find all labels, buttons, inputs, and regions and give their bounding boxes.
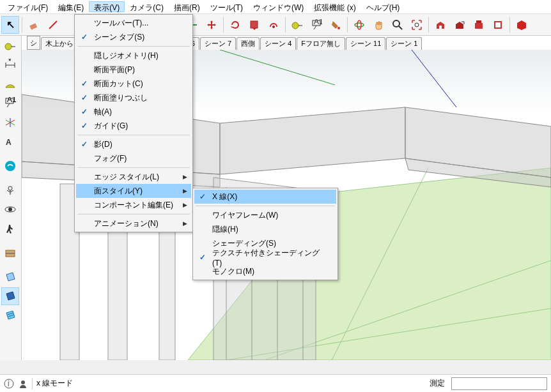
svg-point-14 — [393, 20, 400, 27]
menu-tools[interactable]: ツール(T) — [205, 1, 248, 12]
statusbar: i x 線モード 測定 — [0, 374, 551, 392]
svg-rect-0 — [29, 23, 37, 30]
extension-button[interactable] — [513, 16, 531, 34]
menu-item-guides[interactable]: ガイド(G) — [76, 119, 191, 133]
svg-line-54 — [412, 50, 456, 107]
menu-item-shaded-textures[interactable]: テクスチャ付きシェーディング(T) — [194, 250, 336, 264]
svg-rect-17 — [439, 26, 442, 29]
eraser-tool-button[interactable] — [25, 16, 43, 34]
select-tool-button[interactable] — [1, 16, 19, 34]
paint-tool-button[interactable] — [327, 16, 345, 34]
svg-line-39 — [7, 190, 10, 192]
svg-line-1 — [49, 21, 57, 29]
scene-tab-partial[interactable]: シ — [27, 36, 40, 50]
svg-point-16 — [415, 23, 419, 27]
zoom-tool-button[interactable] — [389, 16, 407, 34]
line-tool-button[interactable] — [44, 16, 62, 34]
scene-tab[interactable]: シーン 1 — [386, 37, 422, 50]
menu-draw[interactable]: 描画(R) — [169, 1, 205, 12]
scene-tab[interactable]: Fフロア無し — [297, 37, 345, 50]
svg-rect-4 — [251, 21, 258, 28]
dimension-button[interactable]: * — [1, 56, 19, 74]
menu-item-monochrome[interactable]: モノクロ(M) — [194, 264, 336, 278]
svg-line-55 — [220, 50, 335, 85]
menu-item-shadows[interactable]: 影(D) — [76, 137, 191, 151]
svg-text:A: A — [6, 138, 12, 147]
svg-point-71 — [21, 381, 25, 384]
svg-point-6 — [292, 22, 299, 29]
user-icon[interactable] — [18, 379, 28, 389]
menu-view[interactable]: 表示(V) — [89, 1, 125, 12]
status-mode-text: x 線モード — [36, 378, 73, 389]
tape-tool-button[interactable] — [288, 16, 306, 34]
style-xray-button[interactable] — [1, 268, 19, 286]
scene-tab[interactable]: シーン 11 — [346, 37, 385, 50]
3dtext-button[interactable]: A — [1, 133, 19, 151]
text-tool-button[interactable]: A1 — [307, 16, 325, 34]
menu-item-toolbars[interactable]: ツールバー(T)... — [76, 16, 191, 30]
menu-window[interactable]: ウィンドウ(W) — [248, 1, 309, 12]
separator — [22, 17, 22, 33]
followme-tool-button[interactable] — [245, 16, 263, 34]
menu-item-face-style[interactable]: 面スタイル(Y) — [76, 184, 191, 198]
style-shaded-button[interactable] — [1, 287, 19, 305]
menu-item-edge-style[interactable]: エッジ スタイル(L) — [76, 170, 191, 184]
toolbar-left: * A1 A — [0, 36, 22, 360]
menu-item-section-fill[interactable]: 断面塗りつぶし — [76, 91, 191, 105]
svg-point-13 — [357, 20, 361, 29]
zoom-extents-button[interactable] — [408, 16, 426, 34]
move-tool-button[interactable] — [203, 16, 221, 34]
menu-item-animation[interactable]: アニメーション(N) — [76, 216, 191, 230]
svg-text:A1: A1 — [314, 19, 322, 26]
menu-item-hiddenline[interactable]: 隠線(H) — [194, 222, 336, 236]
axes-button[interactable] — [1, 114, 19, 132]
menu-separator — [77, 46, 190, 47]
extension-warehouse-button[interactable] — [470, 16, 488, 34]
svg-point-23 — [5, 43, 12, 50]
menu-separator — [77, 167, 190, 168]
menu-item-wireframe[interactable]: ワイヤフレーム(W) — [194, 208, 336, 222]
walk-button[interactable] — [1, 220, 19, 237]
menu-item-hidden-geometry[interactable]: 隠しジオメトリ(H) — [76, 49, 191, 63]
offset-tool-button[interactable] — [265, 16, 283, 34]
separator — [428, 17, 429, 33]
menu-extensions[interactable]: 拡張機能 (x) — [309, 1, 361, 12]
menu-item-scene-tabs[interactable]: シーン タブ(S) — [76, 30, 191, 44]
layout-button[interactable] — [489, 16, 507, 34]
text-tool-left-button[interactable]: A1 — [1, 94, 19, 112]
svg-rect-19 — [476, 20, 481, 23]
warehouse-share-button[interactable] — [451, 16, 469, 34]
menu-file[interactable]: ファイル(F) — [3, 1, 53, 12]
svg-marker-57 — [220, 107, 405, 174]
menu-edit[interactable]: 編集(E) — [53, 1, 89, 12]
style-texture-button[interactable] — [1, 306, 19, 324]
section-plane-button[interactable] — [1, 244, 19, 262]
tape-measure-button[interactable] — [1, 37, 19, 55]
menu-item-section-cuts[interactable]: 断面カット(C) — [76, 77, 191, 91]
protractor-button[interactable] — [1, 75, 19, 93]
measurement-input[interactable] — [451, 377, 547, 390]
scene-tab[interactable]: シーン 7 — [200, 37, 236, 50]
curic-tool-1-button[interactable] — [1, 157, 19, 175]
pan-tool-button[interactable] — [369, 16, 387, 34]
menu-item-section-planes[interactable]: 断面平面(P) — [76, 63, 191, 77]
position-camera-button[interactable] — [1, 181, 19, 199]
separator — [32, 378, 33, 389]
rotate-tool-button[interactable] — [226, 16, 244, 34]
view-menu-dropdown: ツールバー(T)... シーン タブ(S) 隠しジオメトリ(H) 断面平面(P)… — [74, 14, 193, 232]
scene-tab[interactable]: 西側 — [237, 37, 260, 50]
menu-camera[interactable]: カメラ(C) — [125, 1, 169, 12]
look-around-button[interactable] — [1, 200, 19, 218]
svg-text:*: * — [8, 59, 12, 66]
menu-item-component-edit[interactable]: コンポーネント編集(E) — [76, 198, 191, 212]
menu-item-fog[interactable]: フォグ(F) — [76, 151, 191, 165]
menu-help[interactable]: ヘルプ(H) — [361, 1, 405, 12]
menu-item-axes[interactable]: 軸(A) — [76, 105, 191, 119]
warehouse-button[interactable] — [431, 16, 449, 34]
scene-tab[interactable]: 木上から — [41, 37, 78, 50]
menu-separator — [77, 135, 190, 135]
scene-tab[interactable]: シーン 4 — [260, 37, 296, 50]
menu-item-xray[interactable]: X 線(X) — [194, 190, 336, 204]
orbit-tool-button[interactable] — [350, 16, 368, 34]
menu-separator — [77, 214, 190, 215]
